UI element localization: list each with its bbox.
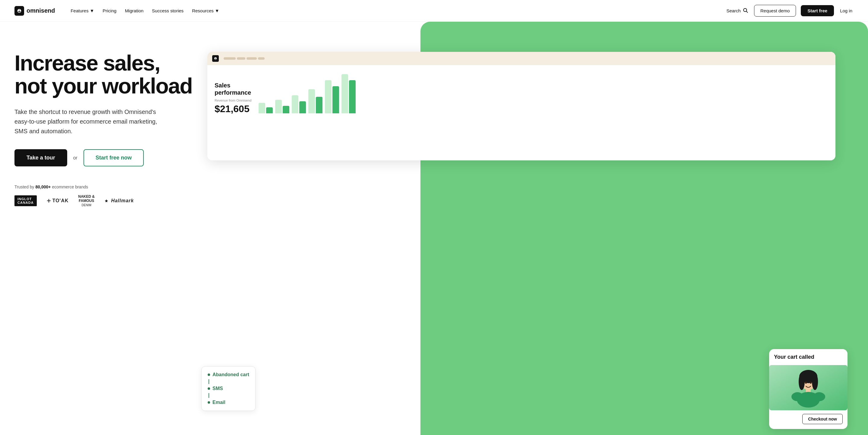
- dashboard-topbar: [207, 52, 835, 65]
- chart-bar-group: [275, 100, 289, 113]
- svg-point-12: [813, 392, 825, 401]
- chevron-down-icon: ▼: [215, 8, 219, 13]
- nav-migration[interactable]: Migration: [121, 6, 147, 16]
- start-free-now-button[interactable]: Start free now: [84, 149, 144, 166]
- brand-naked-famous: NAKED &FAMOUSDENIM: [79, 195, 95, 206]
- automation-item-sms: SMS: [208, 384, 249, 393]
- hero-title: Increase sales, not your workload: [14, 52, 195, 97]
- navigation: omnisend Features ▼ Pricing Migration Su…: [0, 0, 868, 22]
- logo[interactable]: omnisend: [14, 6, 55, 16]
- revenue-value: $21,605: [215, 103, 251, 115]
- hero-cta: Take a tour or Start free now: [14, 149, 195, 166]
- svg-point-11: [792, 392, 804, 401]
- chart-bar-group: [325, 80, 339, 113]
- sales-performance-section: Sales performance Revenue from Omnisend …: [215, 82, 251, 115]
- nav-features[interactable]: Features ▼: [67, 6, 98, 16]
- brand-toak: TO'AK: [46, 195, 69, 206]
- chart-bar-light: [341, 74, 348, 113]
- svg-line-1: [746, 11, 747, 12]
- cart-card-title: Your cart called: [774, 354, 843, 360]
- chart-bar-dark: [333, 86, 339, 113]
- chart-bar-light: [258, 103, 265, 113]
- checkout-now-button[interactable]: Checkout now: [802, 414, 843, 424]
- nav-pricing[interactable]: Pricing: [99, 6, 120, 16]
- login-button[interactable]: Log in: [839, 6, 854, 16]
- hero-left: Increase sales, not your workload Take t…: [14, 40, 195, 435]
- automation-dot: [208, 401, 210, 404]
- chart-bar-dark: [349, 80, 355, 113]
- chart-bar-light: [292, 95, 299, 113]
- svg-point-7: [799, 373, 805, 390]
- start-free-button[interactable]: Start free: [801, 5, 834, 16]
- hero-section: Increase sales, not your workload Take t…: [0, 22, 868, 435]
- brand-inglot: INGLOTCANADA: [14, 195, 37, 206]
- logo-icon: [14, 6, 24, 16]
- chart-bar-dark: [299, 101, 306, 113]
- revenue-label: Revenue from Omnisend: [215, 99, 251, 102]
- automation-dot: [208, 373, 210, 376]
- chart-bar-group: [308, 89, 322, 113]
- dashboard-body: Sales performance Revenue from Omnisend …: [207, 65, 835, 122]
- request-demo-button[interactable]: Request demo: [754, 5, 796, 17]
- automation-item-email: Email: [208, 398, 249, 407]
- dashboard-logo: [212, 55, 219, 62]
- brand-hallmark: Hallmark: [104, 195, 134, 206]
- brand-logos: INGLOTCANADA TO'AK NAKED &FAMOUSDENIM Ha…: [14, 195, 195, 206]
- trusted-text: Trusted by 80,000+ ecommerce brands: [14, 185, 195, 189]
- automation-connector-line: [209, 379, 209, 384]
- chart-bar-group: [341, 74, 355, 113]
- search-button[interactable]: Search: [725, 5, 749, 16]
- automation-item-abandoned-cart: Abandoned cart: [208, 370, 249, 379]
- hero-or-text: or: [73, 155, 78, 161]
- chevron-down-icon: ▼: [90, 8, 94, 13]
- chart-bar-dark: [283, 106, 289, 113]
- automation-panel: Abandoned cartSMSEmail: [201, 366, 255, 411]
- chart-bar-group: [258, 103, 273, 113]
- dashboard-nav-bars: [224, 57, 265, 60]
- sales-chart: [258, 72, 828, 115]
- nav-success-stories[interactable]: Success stories: [148, 6, 187, 16]
- cart-called-card: Your cart called: [769, 349, 847, 429]
- cart-card-image: [769, 365, 847, 410]
- hero-right: Sales performance Revenue from Omnisend …: [195, 40, 854, 435]
- chart-bar-dark: [316, 97, 322, 113]
- logo-text: omnisend: [27, 7, 55, 14]
- take-tour-button[interactable]: Take a tour: [14, 149, 67, 166]
- sales-performance-title: Sales performance: [215, 82, 251, 96]
- cart-card-header: Your cart called: [769, 349, 847, 365]
- chart-bar-light: [325, 80, 332, 113]
- svg-point-13: [805, 381, 807, 384]
- chart-bar-group: [292, 95, 306, 113]
- cart-card-footer: Checkout now: [769, 410, 847, 429]
- search-icon: [743, 7, 748, 14]
- hero-subtitle: Take the shortcut to revenue growth with…: [14, 107, 159, 136]
- nav-links: Features ▼ Pricing Migration Success sto…: [67, 6, 223, 16]
- svg-point-14: [810, 381, 812, 384]
- nav-resources[interactable]: Resources ▼: [188, 6, 223, 16]
- automation-connector-line: [209, 393, 209, 398]
- chart-bar-dark: [266, 107, 273, 113]
- chart-bar-light: [275, 100, 282, 113]
- chart-bar-light: [308, 89, 315, 113]
- dashboard-card: Sales performance Revenue from Omnisend …: [207, 52, 835, 160]
- nav-right: Search Request demo Start free Log in: [725, 5, 854, 17]
- svg-point-8: [812, 373, 818, 390]
- automation-dot: [208, 387, 210, 390]
